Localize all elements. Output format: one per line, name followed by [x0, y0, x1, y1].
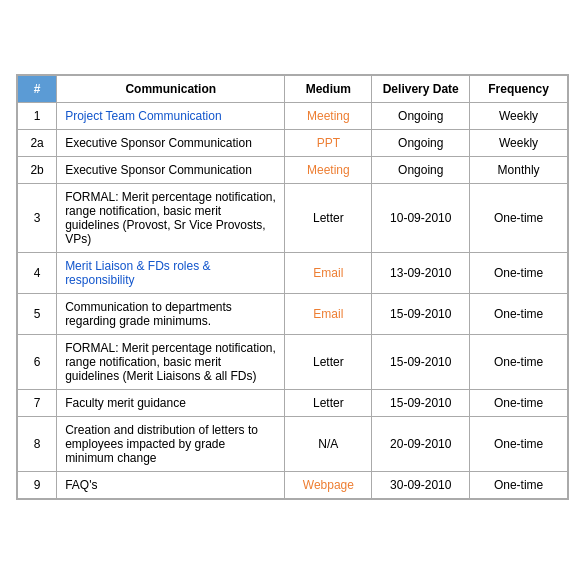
row-number: 1 — [18, 103, 57, 130]
row-communication: Creation and distribution of letters to … — [57, 417, 285, 472]
row-communication[interactable]: Merit Liaison & FDs roles & responsibili… — [57, 253, 285, 294]
row-frequency: Monthly — [470, 157, 568, 184]
row-frequency: One-time — [470, 184, 568, 253]
row-delivery-date: 30-09-2010 — [372, 472, 470, 499]
row-communication: Executive Sponsor Communication — [57, 130, 285, 157]
header-delivery-date: Delivery Date — [372, 76, 470, 103]
row-delivery-date: 20-09-2010 — [372, 417, 470, 472]
row-number: 8 — [18, 417, 57, 472]
row-frequency: One-time — [470, 335, 568, 390]
row-medium: Letter — [285, 390, 372, 417]
row-delivery-date: 15-09-2010 — [372, 335, 470, 390]
header-medium: Medium — [285, 76, 372, 103]
row-communication: Executive Sponsor Communication — [57, 157, 285, 184]
table-row: 2aExecutive Sponsor CommunicationPPTOngo… — [18, 130, 568, 157]
row-delivery-date: Ongoing — [372, 157, 470, 184]
row-number: 7 — [18, 390, 57, 417]
row-frequency: One-time — [470, 472, 568, 499]
row-medium: Meeting — [285, 103, 372, 130]
communication-table: # Communication Medium Delivery Date Fre… — [16, 74, 569, 500]
row-delivery-date: 15-09-2010 — [372, 294, 470, 335]
row-number: 6 — [18, 335, 57, 390]
table-row: 8Creation and distribution of letters to… — [18, 417, 568, 472]
row-medium: N/A — [285, 417, 372, 472]
row-communication: Communication to departments regarding g… — [57, 294, 285, 335]
row-delivery-date: 13-09-2010 — [372, 253, 470, 294]
table-row: 7Faculty merit guidanceLetter15-09-2010O… — [18, 390, 568, 417]
row-medium: Email — [285, 253, 372, 294]
table-row: 5Communication to departments regarding … — [18, 294, 568, 335]
row-communication[interactable]: Project Team Communication — [57, 103, 285, 130]
table-row: 6FORMAL: Merit percentage notification, … — [18, 335, 568, 390]
row-frequency: Weekly — [470, 130, 568, 157]
row-delivery-date: 15-09-2010 — [372, 390, 470, 417]
row-number: 4 — [18, 253, 57, 294]
row-number: 2a — [18, 130, 57, 157]
header-hash: # — [18, 76, 57, 103]
row-delivery-date: Ongoing — [372, 103, 470, 130]
row-medium: Email — [285, 294, 372, 335]
row-number: 5 — [18, 294, 57, 335]
header-frequency: Frequency — [470, 76, 568, 103]
table-header-row: # Communication Medium Delivery Date Fre… — [18, 76, 568, 103]
row-communication: FAQ's — [57, 472, 285, 499]
table-row: 9FAQ'sWebpage30-09-2010One-time — [18, 472, 568, 499]
row-communication: Faculty merit guidance — [57, 390, 285, 417]
row-frequency: One-time — [470, 390, 568, 417]
row-communication: FORMAL: Merit percentage notification, r… — [57, 335, 285, 390]
row-number: 9 — [18, 472, 57, 499]
communication-link[interactable]: Merit Liaison & FDs roles & responsibili… — [65, 259, 210, 287]
row-frequency: One-time — [470, 294, 568, 335]
row-medium: Meeting — [285, 157, 372, 184]
row-number: 3 — [18, 184, 57, 253]
table-row: 1Project Team CommunicationMeetingOngoin… — [18, 103, 568, 130]
row-medium: Webpage — [285, 472, 372, 499]
row-communication: FORMAL: Merit percentage notification, r… — [57, 184, 285, 253]
row-delivery-date: 10-09-2010 — [372, 184, 470, 253]
row-medium: Letter — [285, 335, 372, 390]
table-row: 4Merit Liaison & FDs roles & responsibil… — [18, 253, 568, 294]
row-delivery-date: Ongoing — [372, 130, 470, 157]
table-row: 3FORMAL: Merit percentage notification, … — [18, 184, 568, 253]
row-frequency: Weekly — [470, 103, 568, 130]
row-number: 2b — [18, 157, 57, 184]
row-medium: PPT — [285, 130, 372, 157]
header-communication: Communication — [57, 76, 285, 103]
row-frequency: One-time — [470, 253, 568, 294]
row-frequency: One-time — [470, 417, 568, 472]
communication-link[interactable]: Project Team Communication — [65, 109, 222, 123]
table-row: 2bExecutive Sponsor CommunicationMeeting… — [18, 157, 568, 184]
row-medium: Letter — [285, 184, 372, 253]
